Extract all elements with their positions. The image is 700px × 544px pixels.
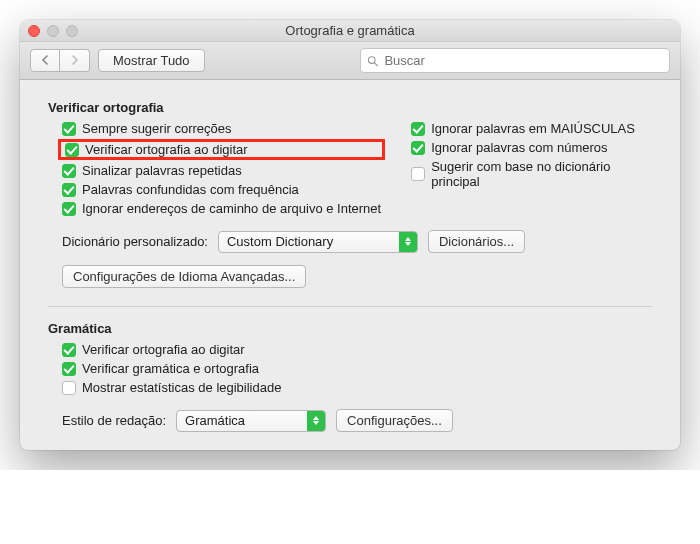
check-suggest-corrections[interactable]: Sempre sugerir correções (62, 121, 381, 136)
custom-dictionary-row: Dicionário personalizado: Custom Diction… (48, 230, 652, 253)
checkbox-label: Ignorar palavras em MAIÚSCULAS (431, 121, 635, 136)
checkbox-icon[interactable] (65, 143, 79, 157)
check-ignore-paths[interactable]: Ignorar endereços de caminho de arquivo … (62, 201, 381, 216)
forward-button[interactable] (60, 49, 90, 72)
checkbox-icon[interactable] (62, 362, 76, 376)
highlight-box: Verificar ortografia ao digitar (58, 139, 385, 160)
zoom-icon[interactable] (66, 25, 78, 37)
checkbox-icon[interactable] (411, 122, 425, 136)
spelling-options: Sempre sugerir correções Verificar ortog… (48, 121, 652, 216)
checkbox-icon[interactable] (62, 164, 76, 178)
check-grammar-and-spelling[interactable]: Verificar gramática e ortografia (62, 361, 652, 376)
advanced-language-button[interactable]: Configurações de Idioma Avançadas... (62, 265, 306, 288)
checkbox-label: Verificar gramática e ortografia (82, 361, 259, 376)
grammar-settings-button[interactable]: Configurações... (336, 409, 453, 432)
content: Verificar ortografia Sempre sugerir corr… (20, 80, 680, 450)
window-controls (28, 25, 78, 37)
custom-dictionary-select[interactable]: Custom Dictionary (218, 231, 418, 253)
nav-segmented (30, 49, 90, 72)
checkbox-label: Mostrar estatísticas de legibilidade (82, 380, 281, 395)
check-grammar-spelling-as-type[interactable]: Verificar ortografia ao digitar (62, 342, 652, 357)
back-button[interactable] (30, 49, 60, 72)
grammar-heading: Gramática (48, 321, 652, 336)
checkbox-icon[interactable] (62, 381, 76, 395)
checkbox-label: Verificar ortografia ao digitar (82, 342, 245, 357)
checkbox-label: Ignorar endereços de caminho de arquivo … (82, 201, 381, 216)
checkbox-icon[interactable] (62, 343, 76, 357)
titlebar: Ortografia e gramática (20, 20, 680, 42)
checkbox-label: Palavras confundidas com frequência (82, 182, 299, 197)
check-suggest-main-dict[interactable]: Sugerir com base no dicionário principal (411, 159, 652, 189)
window-title: Ortografia e gramática (20, 23, 680, 38)
select-value: Custom Dictionary (219, 234, 341, 249)
writing-style-select[interactable]: Gramática (176, 410, 326, 432)
preferences-window: Ortografia e gramática Mostrar Tudo Veri… (20, 20, 680, 450)
check-flag-repeated[interactable]: Sinalizar palavras repetidas (62, 163, 381, 178)
toolbar: Mostrar Tudo (20, 42, 680, 80)
checkbox-label: Sinalizar palavras repetidas (82, 163, 242, 178)
minimize-icon[interactable] (47, 25, 59, 37)
svg-line-1 (375, 62, 378, 65)
checkbox-label: Sugerir com base no dicionário principal (431, 159, 652, 189)
spelling-heading: Verificar ortografia (48, 100, 652, 115)
search-field[interactable] (360, 48, 670, 73)
check-ignore-uppercase[interactable]: Ignorar palavras em MAIÚSCULAS (411, 121, 652, 136)
divider (48, 306, 652, 307)
chevron-updown-icon (307, 411, 325, 431)
search-icon (367, 55, 378, 67)
chevron-right-icon (71, 55, 79, 65)
chevron-left-icon (41, 55, 49, 65)
show-all-button[interactable]: Mostrar Tudo (98, 49, 205, 72)
checkbox-label: Verificar ortografia ao digitar (85, 142, 248, 157)
search-input[interactable] (382, 52, 663, 69)
check-spelling-as-you-type[interactable]: Verificar ortografia ao digitar (65, 142, 248, 157)
checkbox-icon[interactable] (411, 141, 425, 155)
check-readability-stats[interactable]: Mostrar estatísticas de legibilidade (62, 380, 652, 395)
checkbox-icon[interactable] (62, 202, 76, 216)
checkbox-label: Ignorar palavras com números (431, 140, 607, 155)
writing-style-row: Estilo de redação: Gramática Configuraçõ… (48, 409, 652, 432)
checkbox-icon[interactable] (62, 122, 76, 136)
checkbox-icon[interactable] (62, 183, 76, 197)
check-confused-words[interactable]: Palavras confundidas com frequência (62, 182, 381, 197)
svg-point-0 (368, 56, 375, 63)
close-icon[interactable] (28, 25, 40, 37)
custom-dictionary-label: Dicionário personalizado: (62, 234, 208, 249)
check-ignore-numbers[interactable]: Ignorar palavras com números (411, 140, 652, 155)
writing-style-label: Estilo de redação: (62, 413, 166, 428)
select-value: Gramática (177, 413, 253, 428)
dictionaries-button[interactable]: Dicionários... (428, 230, 525, 253)
checkbox-icon[interactable] (411, 167, 425, 181)
chevron-updown-icon (399, 232, 417, 252)
checkbox-label: Sempre sugerir correções (82, 121, 232, 136)
